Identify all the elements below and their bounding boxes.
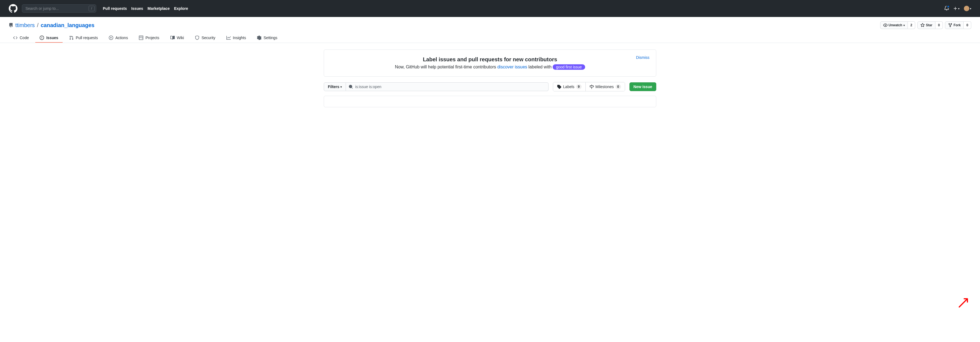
shield-icon bbox=[195, 35, 199, 40]
milestones-button[interactable]: Milestones 0 bbox=[585, 82, 625, 91]
star-label: Star bbox=[926, 23, 932, 27]
tab-actions[interactable]: Actions bbox=[105, 34, 132, 43]
fork-icon bbox=[948, 23, 952, 27]
github-logo[interactable] bbox=[9, 4, 18, 13]
filters-button[interactable]: Filters ▾ bbox=[324, 82, 346, 91]
global-search: / bbox=[22, 4, 96, 13]
user-menu[interactable]: ▾ bbox=[964, 6, 971, 11]
issue-opened-icon bbox=[40, 35, 44, 40]
tab-code-label: Code bbox=[20, 35, 29, 40]
tab-issues[interactable]: Issues bbox=[35, 34, 63, 43]
global-nav: Pull requests Issues Marketplace Explore bbox=[103, 6, 188, 11]
star-icon bbox=[920, 23, 925, 27]
fork-count[interactable]: 0 bbox=[964, 21, 971, 29]
tab-security[interactable]: Security bbox=[191, 34, 220, 43]
nav-explore[interactable]: Explore bbox=[174, 6, 188, 11]
tab-settings[interactable]: Settings bbox=[253, 34, 282, 43]
discover-issues-link[interactable]: discover issues bbox=[497, 65, 527, 69]
unwatch-label: Unwatch bbox=[889, 23, 902, 27]
main-content: Dismiss Label issues and pull requests f… bbox=[315, 43, 665, 114]
plus-icon bbox=[953, 6, 958, 11]
caret-down-icon: ▾ bbox=[958, 7, 959, 10]
tab-issues-label: Issues bbox=[46, 35, 58, 40]
graph-icon bbox=[226, 35, 231, 40]
play-icon bbox=[109, 35, 113, 40]
caret-down-icon: ▾ bbox=[970, 7, 971, 10]
tab-code[interactable]: Code bbox=[9, 34, 33, 43]
labels-label: Labels bbox=[563, 85, 574, 89]
tab-pulls[interactable]: Pull requests bbox=[65, 34, 102, 43]
repo-icon bbox=[9, 23, 13, 27]
tab-insights-label: Insights bbox=[233, 35, 246, 40]
unwatch-button[interactable]: Unwatch ▾ bbox=[880, 21, 908, 29]
tab-wiki[interactable]: Wiki bbox=[166, 34, 188, 43]
star-button[interactable]: Star bbox=[917, 21, 935, 29]
eye-icon bbox=[883, 23, 888, 27]
banner-title: Label issues and pull requests for new c… bbox=[333, 56, 647, 63]
global-header: / Pull requests Issues Marketplace Explo… bbox=[0, 0, 980, 17]
path-separator: / bbox=[37, 22, 38, 29]
repo-name-link[interactable]: canadian_languages bbox=[41, 22, 95, 29]
labels-button[interactable]: Labels 9 bbox=[553, 82, 585, 91]
issues-toolbar: Filters ▾ Labels 9 Milestones 0 New issu… bbox=[324, 82, 656, 91]
nav-issues[interactable]: Issues bbox=[131, 6, 143, 11]
caret-down-icon: ▾ bbox=[904, 24, 905, 27]
first-contrib-banner: Dismiss Label issues and pull requests f… bbox=[324, 50, 656, 77]
tab-projects[interactable]: Projects bbox=[135, 34, 164, 43]
caret-down-icon: ▾ bbox=[340, 85, 342, 88]
tab-insights[interactable]: Insights bbox=[222, 34, 250, 43]
labels-milestones-group: Labels 9 Milestones 0 bbox=[553, 82, 625, 91]
tab-wiki-label: Wiki bbox=[177, 35, 184, 40]
banner-text-prefix: Now, GitHub will help potential first-ti… bbox=[395, 65, 497, 69]
fork-button[interactable]: Fork bbox=[945, 21, 964, 29]
code-icon bbox=[13, 35, 18, 40]
nav-marketplace[interactable]: Marketplace bbox=[148, 6, 170, 11]
banner-text-suffix: labeled with bbox=[527, 65, 553, 69]
milestone-icon bbox=[590, 85, 594, 89]
filters-label: Filters bbox=[328, 85, 339, 89]
labels-count: 9 bbox=[576, 84, 582, 89]
issues-list-container bbox=[324, 96, 656, 107]
header-actions: ▾ ▾ bbox=[945, 6, 971, 11]
tab-security-label: Security bbox=[202, 35, 215, 40]
search-input[interactable] bbox=[22, 4, 96, 13]
watch-count[interactable]: 2 bbox=[908, 21, 915, 29]
avatar bbox=[964, 6, 969, 11]
milestones-label: Milestones bbox=[595, 85, 614, 89]
tag-icon bbox=[557, 85, 562, 89]
filters-search-group: Filters ▾ bbox=[324, 82, 549, 91]
issues-search-input[interactable] bbox=[346, 82, 549, 91]
tab-settings-label: Settings bbox=[264, 35, 278, 40]
repo-owner-link[interactable]: ttimbers bbox=[15, 22, 35, 29]
new-issue-label: New issue bbox=[633, 85, 652, 89]
notifications-button[interactable] bbox=[945, 6, 949, 11]
milestones-count: 0 bbox=[616, 84, 621, 89]
repo-tabs: Code Issues Pull requests Actions Projec… bbox=[9, 34, 971, 43]
notification-indicator-icon bbox=[947, 5, 950, 8]
star-count[interactable]: 0 bbox=[935, 21, 943, 29]
repo-header: ttimbers / canadian_languages Unwatch ▾ … bbox=[0, 17, 980, 43]
new-issue-button[interactable]: New issue bbox=[630, 82, 656, 91]
tab-actions-label: Actions bbox=[115, 35, 128, 40]
banner-subtitle: Now, GitHub will help potential first-ti… bbox=[333, 64, 647, 70]
good-first-issue-label[interactable]: good first issue bbox=[553, 64, 585, 70]
repo-actions: Unwatch ▾ 2 Star 0 Fork 0 bbox=[880, 21, 971, 29]
nav-pull-requests[interactable]: Pull requests bbox=[103, 6, 127, 11]
project-icon bbox=[139, 35, 143, 40]
repo-title: ttimbers / canadian_languages bbox=[9, 22, 94, 29]
dismiss-link[interactable]: Dismiss bbox=[636, 55, 649, 60]
create-new-menu[interactable]: ▾ bbox=[953, 6, 959, 11]
mark-github-icon bbox=[9, 4, 18, 13]
gear-icon bbox=[257, 35, 261, 40]
tab-pulls-label: Pull requests bbox=[76, 35, 98, 40]
tab-projects-label: Projects bbox=[145, 35, 159, 40]
git-pull-request-icon bbox=[69, 35, 73, 40]
fork-label: Fork bbox=[953, 23, 961, 27]
book-icon bbox=[170, 35, 175, 40]
